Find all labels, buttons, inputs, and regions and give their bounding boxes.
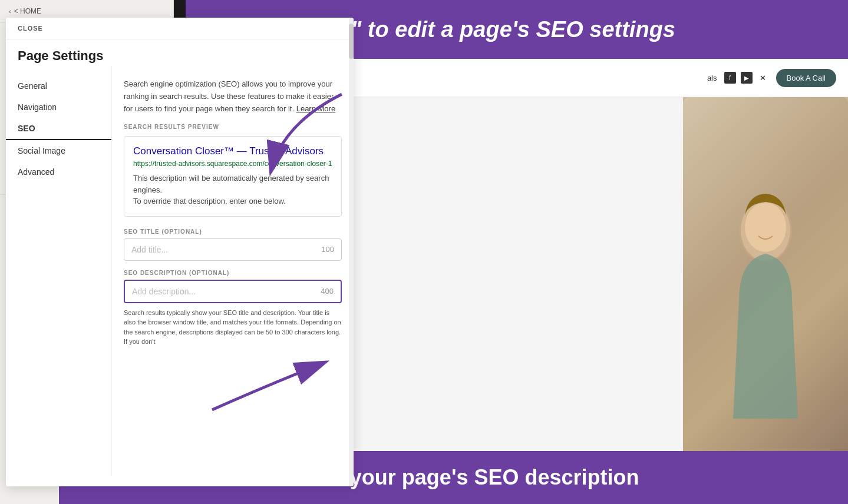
search-results-preview: Conversation Closer™ — Trusted Advisors … bbox=[124, 136, 342, 217]
seo-desc-label: SEO DESCRIPTION (OPTIONAL) bbox=[124, 270, 342, 276]
modal-sidebar: General Navigation SEO Social Image Adva… bbox=[6, 67, 112, 476]
preview-url: https://trusted-advisors.squarespace.com… bbox=[133, 160, 332, 168]
preview-desc: This description will be automatically g… bbox=[133, 173, 332, 207]
page-settings-modal: CLOSE Page Settings General Navigation S… bbox=[6, 18, 354, 486]
modal-close-button[interactable]: CLOSE bbox=[6, 18, 354, 39]
modal-nav-social-image[interactable]: Social Image bbox=[6, 140, 111, 161]
seo-description-field: SEO DESCRIPTION (OPTIONAL) Add descripti… bbox=[124, 270, 342, 347]
modal-nav-seo[interactable]: SEO bbox=[6, 118, 111, 140]
learn-more-link[interactable]: Learn More bbox=[296, 104, 335, 113]
seo-intro-text: Search engine optimization (SEO) allows … bbox=[124, 78, 342, 115]
scrollbar-thumb bbox=[349, 24, 354, 59]
seo-title-field: SEO TITLE (OPTIONAL) Add title... 100 bbox=[124, 228, 342, 261]
modal-nav-advanced[interactable]: Advanced bbox=[6, 161, 111, 183]
seo-desc-placeholder: Add description... bbox=[132, 287, 196, 296]
preview-title: Conversation Closer™ — Trusted Advisors bbox=[133, 145, 332, 157]
seo-desc-char-count: 400 bbox=[321, 287, 334, 296]
modal-seo-content: Search engine optimization (SEO) allows … bbox=[112, 67, 354, 476]
seo-description-input[interactable]: Add description... 400 bbox=[124, 280, 342, 303]
seo-footer-text: Search results typically show your SEO t… bbox=[124, 308, 342, 347]
modal-scrollbar[interactable] bbox=[349, 18, 354, 486]
search-preview-label: SEARCH RESULTS PREVIEW bbox=[124, 124, 342, 130]
modal-nav-general[interactable]: General bbox=[6, 75, 111, 97]
modal-body: General Navigation SEO Social Image Adva… bbox=[6, 67, 354, 476]
modal-overlay: CLOSE Page Settings General Navigation S… bbox=[0, 0, 848, 504]
seo-title-label: SEO TITLE (OPTIONAL) bbox=[124, 228, 342, 235]
modal-title: Page Settings bbox=[6, 39, 354, 67]
seo-title-placeholder: Add title... bbox=[131, 245, 168, 254]
seo-title-input[interactable]: Add title... 100 bbox=[124, 238, 342, 261]
seo-title-char-count: 100 bbox=[321, 245, 334, 254]
modal-nav-navigation[interactable]: Navigation bbox=[6, 97, 111, 118]
